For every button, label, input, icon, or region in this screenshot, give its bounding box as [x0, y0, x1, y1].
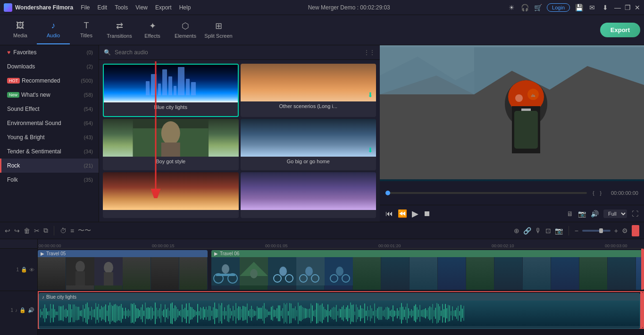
- export-button[interactable]: Export: [600, 23, 640, 37]
- t06-thumb-15: [608, 257, 636, 290]
- waveform-bar: [91, 307, 92, 320]
- tab-media[interactable]: 🖼 Media: [4, 16, 37, 44]
- sidebar-item-whatsnew[interactable]: New What's new (58): [0, 88, 99, 102]
- audio-clip-blue-city[interactable]: ♪ Blue city lights: [39, 293, 640, 329]
- tab-transitions[interactable]: ⇄ Transitions: [103, 16, 136, 44]
- menu-tools[interactable]: Tools: [115, 4, 128, 11]
- main-toolbar: 🖼 Media ♪ Audio T Titles ⇄ Transitions ✦…: [0, 15, 644, 45]
- undo-button[interactable]: ↩: [5, 227, 10, 234]
- step-back-button[interactable]: ⏪: [398, 209, 407, 218]
- monitor-icon[interactable]: 🖥: [567, 210, 573, 218]
- audio-card-blue-city[interactable]: Blue city lights: [103, 64, 239, 117]
- tab-splitscreen-label: Split Screen: [204, 33, 232, 39]
- snap-button[interactable]: ⊕: [514, 227, 519, 234]
- menu-export[interactable]: Export: [155, 4, 172, 11]
- sidebar-item-soundeffect[interactable]: Sound Effect (54): [0, 102, 99, 116]
- maximize-button[interactable]: ❐: [625, 4, 631, 11]
- waveform-bar: [459, 311, 460, 316]
- waveform-bar: [237, 308, 238, 319]
- login-button[interactable]: Login: [547, 3, 570, 12]
- redo-button[interactable]: ↪: [14, 227, 20, 234]
- sidebar-item-favorites[interactable]: ♥ Favorites (0): [0, 45, 99, 59]
- cyclist-mountain-svg: [240, 257, 268, 285]
- menu-file[interactable]: File: [81, 4, 90, 11]
- grid-view-icon[interactable]: ⋮⋮: [364, 49, 375, 56]
- mail-icon[interactable]: ✉: [588, 3, 596, 12]
- stop-button[interactable]: ⏹: [423, 209, 431, 218]
- search-input[interactable]: [115, 49, 360, 56]
- save-icon[interactable]: 💾: [575, 3, 583, 12]
- overlay-button[interactable]: ⊡: [545, 227, 551, 234]
- audio-card-gobig[interactable]: ⬇ Go big or go home: [241, 119, 376, 170]
- link-button[interactable]: 🔗: [523, 227, 531, 234]
- volume-icon[interactable]: 🔊: [591, 210, 599, 218]
- download-icon[interactable]: ⬇: [601, 3, 610, 12]
- video-clip-travel05[interactable]: ▶ Travel 05: [38, 250, 208, 290]
- waveform-bar: [298, 302, 299, 324]
- play-button[interactable]: ▶: [412, 209, 418, 219]
- audio-card-boygot[interactable]: Boy got style: [103, 119, 239, 170]
- minimize-button[interactable]: —: [614, 4, 621, 11]
- waveform-bar: [186, 303, 187, 323]
- skip-back-button[interactable]: ⏮: [385, 209, 393, 218]
- track2-number: 1: [10, 308, 13, 313]
- video-clip-travel06[interactable]: ▶ Travel 06: [211, 250, 644, 290]
- speed-button[interactable]: ⏱: [60, 227, 67, 234]
- tab-elements[interactable]: ⬡ Elements: [169, 16, 202, 44]
- sidebar-item-recommended[interactable]: HOT Recommended (500): [0, 74, 99, 88]
- waveform-bar: [138, 309, 139, 318]
- menu-help[interactable]: Help: [179, 4, 191, 11]
- screenshot-icon[interactable]: 📷: [578, 210, 586, 218]
- filter-button[interactable]: ≡: [70, 227, 74, 234]
- waveform-bar: [129, 310, 130, 316]
- tab-audio[interactable]: ♪ Audio: [37, 16, 70, 44]
- quality-select[interactable]: Full 1/2 1/4: [603, 209, 627, 218]
- headphone-icon[interactable]: 🎧: [520, 3, 529, 12]
- audio-volume-icon[interactable]: 🔊: [28, 307, 34, 313]
- brightness-icon[interactable]: ☀: [507, 3, 516, 12]
- waveform-bar: [361, 308, 362, 318]
- audio-card-row3a[interactable]: [103, 172, 239, 218]
- menu-edit[interactable]: Edit: [97, 4, 107, 11]
- waveform-bar: [105, 304, 106, 322]
- lock-icon[interactable]: 🔒: [21, 267, 27, 273]
- zoom-slider[interactable]: [582, 230, 611, 232]
- waveform-bar: [66, 309, 67, 318]
- sidebar-item-youngbright[interactable]: Young & Bright (43): [0, 130, 99, 144]
- settings-button[interactable]: ⚙: [622, 227, 628, 234]
- camera-button[interactable]: 📷: [555, 227, 563, 234]
- zoom-in-button[interactable]: +: [614, 227, 618, 234]
- tab-splitscreen[interactable]: ⊞ Split Screen: [202, 16, 235, 44]
- preview-progress-bar[interactable]: [385, 192, 587, 194]
- menu-view[interactable]: View: [135, 4, 148, 11]
- fullscreen-icon[interactable]: ⛶: [632, 210, 638, 218]
- sidebar-item-environmental[interactable]: Environmental Sound (64): [0, 116, 99, 130]
- close-button[interactable]: ✕: [635, 4, 640, 11]
- zoom-out-button[interactable]: −: [575, 227, 578, 234]
- copy-button[interactable]: ⧉: [43, 226, 48, 234]
- sidebar-soundeffect-count: (54): [84, 106, 93, 112]
- tab-titles[interactable]: T Titles: [70, 16, 103, 44]
- timeline-main[interactable]: 00:00:00:00 00:00:00:15 00:00:01:05 00:0…: [38, 239, 644, 335]
- mic-button[interactable]: 🎙: [535, 227, 542, 234]
- waveform-bar: [67, 310, 68, 317]
- sidebar-item-rock[interactable]: Rock (21): [0, 159, 99, 173]
- delete-button[interactable]: 🗑: [24, 227, 30, 234]
- sidebar-item-folk[interactable]: Folk (35): [0, 173, 99, 187]
- cut-button[interactable]: ✂: [34, 227, 40, 234]
- audio-card-scenerios[interactable]: ⬇ Other scenerios (Long i...: [241, 64, 376, 117]
- tab-effects[interactable]: ✦ Effects: [136, 16, 169, 44]
- audio-card-thumb-row3a: [103, 172, 239, 210]
- sidebar-item-tender[interactable]: Tender & Sentimental (34): [0, 144, 99, 159]
- audio-card-row3b[interactable]: [241, 172, 376, 218]
- eye-icon[interactable]: 👁: [29, 267, 34, 273]
- waveform-bar: [252, 309, 253, 318]
- waveform-bar: [336, 305, 337, 321]
- waveform-bar: [183, 309, 184, 318]
- sidebar-item-downloads[interactable]: Downloads (2): [0, 59, 99, 74]
- audio-lock-icon[interactable]: 🔒: [19, 307, 26, 313]
- cart-icon[interactable]: 🛒: [534, 3, 542, 12]
- waveform-button[interactable]: 〜〜: [78, 226, 91, 235]
- waveform-bar: [42, 311, 42, 315]
- waveform-bar: [173, 308, 174, 318]
